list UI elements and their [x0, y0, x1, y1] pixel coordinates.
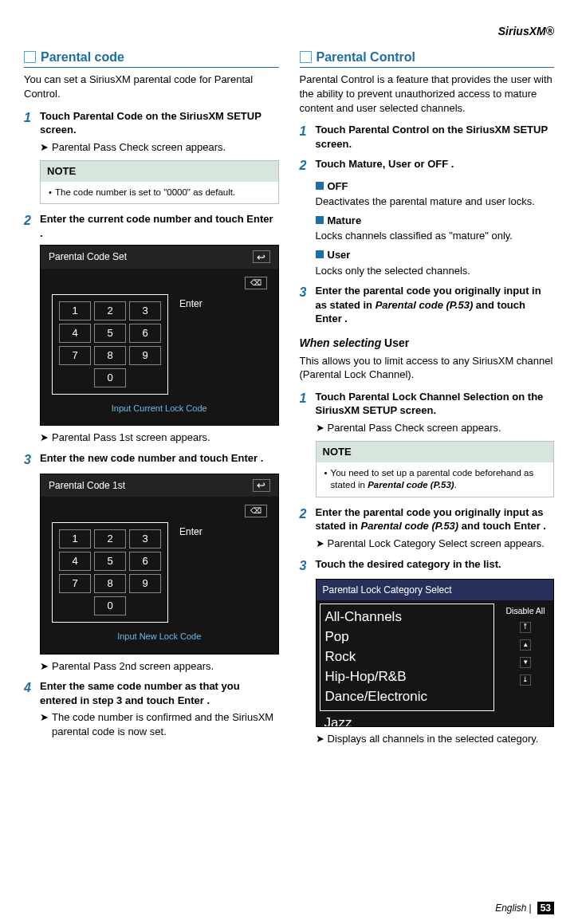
category-item-cut[interactable]: Jazz	[317, 714, 498, 726]
section-marker-icon	[300, 51, 312, 63]
key-2[interactable]: 2	[94, 301, 126, 320]
key-3[interactable]: 3	[129, 529, 161, 549]
token-mature: Mature	[348, 158, 383, 170]
result-arrow-icon: ➤	[40, 140, 49, 155]
footer-lang: English	[495, 902, 526, 914]
note-title: NOTE	[317, 442, 554, 462]
result-text: The code number is confirmed and the Sir…	[52, 710, 279, 738]
key-8[interactable]: 8	[94, 574, 126, 593]
step-4: 4 Enter the same code number as that you…	[24, 679, 279, 707]
step-number: 4	[24, 679, 40, 707]
token-parental-control: Parental Control	[348, 124, 429, 136]
note-box: NOTE •The code number is set to "0000" a…	[40, 160, 279, 204]
user-step-3: 3 Touch the desired category in the list…	[300, 557, 555, 575]
key-7[interactable]: 7	[59, 574, 91, 593]
right-column: Parental Control Parental Control is a f…	[300, 49, 555, 751]
key-8[interactable]: 8	[94, 346, 126, 365]
category-item[interactable]: Hip-Hop/R&B	[325, 667, 490, 687]
scroll-top-icon[interactable]: ⤒	[520, 622, 531, 633]
token-lock-channel-selection: Parental Lock Channel Selection	[348, 391, 509, 403]
pc-step-3: 3 Enter the parental code you originally…	[300, 284, 555, 326]
left-column: Parental code You can set a SiriusXM par…	[24, 49, 279, 751]
category-item[interactable]: All-Channels	[325, 607, 490, 627]
key-5[interactable]: 5	[94, 552, 126, 571]
header-brand: SiriusXM®	[24, 24, 554, 39]
section-marker-icon	[24, 51, 36, 63]
backspace-key[interactable]: ⌫	[245, 277, 267, 289]
result-arrow-icon: ➤	[40, 659, 49, 674]
step-number: 2	[300, 157, 316, 175]
step-number: 3	[300, 557, 316, 575]
screenshot-title: Parental Code 1st	[49, 479, 125, 492]
backspace-key[interactable]: ⌫	[245, 505, 267, 517]
section-heading-parental-control: Parental Control	[300, 49, 555, 69]
ref-parental-code: Parental code (P.53)	[361, 520, 459, 532]
screenshot-code-set: Parental Code Set ↩ ⌫ 1 2 3 4 5	[40, 245, 279, 426]
scroll-bottom-icon[interactable]: ⤓	[520, 674, 531, 686]
key-9[interactable]: 9	[129, 346, 161, 365]
key-3[interactable]: 3	[129, 301, 161, 320]
token-enter: Enter	[246, 213, 273, 225]
step-number: 1	[24, 109, 40, 137]
screenshot-code-1st: Parental Code 1st ↩ ⌫ 1 2 3 4 5	[40, 474, 279, 655]
key-0[interactable]: 0	[94, 368, 126, 387]
step-3: 3 Enter the new code number and touch En…	[24, 451, 279, 469]
intro-parental-control: Parental Control is a feature that provi…	[300, 73, 555, 115]
result-text: Displays all channels in the selected ca…	[328, 732, 539, 746]
back-icon[interactable]: ↩	[253, 250, 270, 263]
step-number: 1	[300, 123, 316, 151]
note-box: NOTE •You need to set up a parental code…	[316, 441, 555, 497]
subheading-when-user: When selecting User	[300, 336, 555, 351]
result-arrow-icon: ➤	[40, 710, 49, 738]
scroll-up-icon[interactable]: ▴	[520, 639, 531, 651]
key-4[interactable]: 4	[59, 324, 91, 343]
page-footer: English|53	[495, 902, 554, 914]
option-mature: Mature Locks channels classified as "mat…	[316, 214, 555, 243]
result-text: Parental Pass Check screen appears.	[328, 421, 501, 435]
key-0[interactable]: 0	[94, 596, 126, 615]
result-arrow-icon: ➤	[316, 537, 324, 551]
key-7[interactable]: 7	[59, 346, 91, 365]
token-enter: Enter	[514, 520, 541, 532]
option-marker-icon	[316, 216, 324, 224]
step-number: 1	[300, 390, 316, 418]
key-6[interactable]: 6	[129, 324, 161, 343]
token-enter: Enter	[231, 452, 258, 464]
screenshot-title: Parental Lock Category Select	[317, 580, 554, 600]
option-marker-icon	[316, 182, 324, 190]
category-item[interactable]: Rock	[325, 647, 490, 667]
note-title: NOTE	[41, 161, 278, 182]
keypad: 1 2 3 4 5 6 7 8 9	[52, 294, 168, 395]
category-item[interactable]: Pop	[325, 627, 490, 647]
key-1[interactable]: 1	[59, 529, 91, 549]
key-6[interactable]: 6	[129, 552, 161, 571]
keypad: 1 2 3 4 5 6 7 8 9	[52, 522, 168, 623]
key-5[interactable]: 5	[94, 324, 126, 343]
token-user: User	[388, 158, 411, 170]
note-item: You need to set up a parental code befor…	[331, 467, 545, 492]
key-2[interactable]: 2	[94, 529, 126, 549]
token-user: User	[384, 336, 409, 349]
category-list: All-Channels Pop Rock Hip-Hop/R&B Dance/…	[320, 604, 495, 711]
scroll-down-icon[interactable]: ▾	[520, 657, 531, 668]
back-icon[interactable]: ↩	[253, 479, 270, 492]
pc-step-1: 1 Touch Parental Control on the SiriusXM…	[300, 123, 555, 151]
option-user: User Locks only the selected channels.	[316, 248, 555, 277]
result-arrow-icon: ➤	[316, 732, 324, 746]
enter-key[interactable]: Enter	[179, 522, 202, 538]
enter-key[interactable]: Enter	[179, 294, 202, 310]
section-heading-parental-code: Parental code	[24, 49, 279, 69]
intro-parental-code: You can set a SiriusXM parental code for…	[24, 73, 279, 100]
category-item[interactable]: Dance/Electronic	[325, 687, 490, 707]
key-1[interactable]: 1	[59, 301, 91, 320]
token-enter: Enter	[178, 694, 204, 706]
step-number: 3	[24, 451, 40, 469]
user-step-2: 2 Enter the parental code you originally…	[300, 505, 555, 533]
key-4[interactable]: 4	[59, 552, 91, 571]
pc-step-2: 2 Touch Mature, User or OFF .	[300, 157, 555, 175]
key-9[interactable]: 9	[129, 574, 161, 593]
result-arrow-icon: ➤	[40, 431, 49, 445]
disable-all-button[interactable]: Disable All	[505, 605, 545, 616]
result-text: Parental Pass 2nd screen appears.	[52, 659, 214, 674]
token-off: OFF	[427, 158, 448, 170]
